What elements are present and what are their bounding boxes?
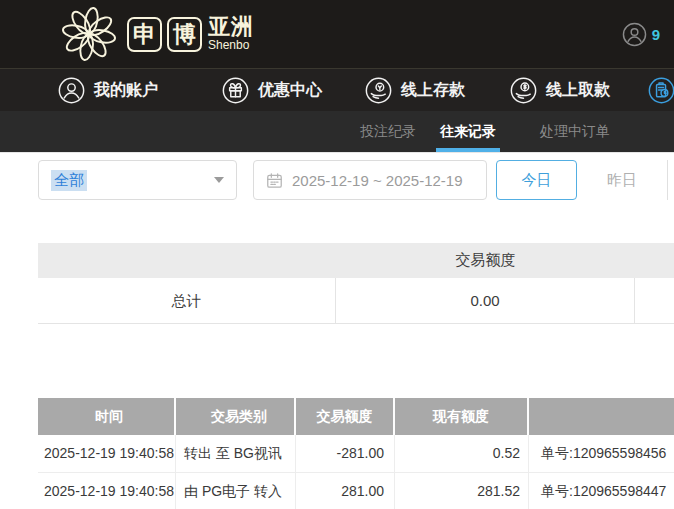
top-header: 申 博 亚洲 Shenbo 9 — [0, 0, 674, 68]
cell-ref: 单号:120965598456 — [529, 435, 674, 472]
username-partial: 9 — [652, 26, 660, 43]
nav-label: 线上存款 — [401, 80, 465, 101]
nav-item-transaction-records[interactable] — [648, 69, 674, 112]
cell-ref: 单号:120965598447 — [529, 473, 674, 509]
col-header-ref — [529, 398, 674, 435]
caret-down-icon — [214, 177, 224, 183]
date-range-input[interactable]: 2025-12-19 ~ 2025-12-19 — [253, 160, 487, 200]
tab-label: 处理中订单 — [540, 123, 610, 139]
col-header-type: 交易类别 — [176, 398, 296, 435]
deposit-icon — [365, 77, 392, 104]
cell-amount: -281.00 — [296, 435, 395, 472]
logo-char-box: 博 — [167, 17, 202, 52]
nav-label: 优惠中心 — [258, 80, 322, 101]
cell-type: 由 PG电子 转入 — [176, 473, 296, 509]
tab-label: 往来记录 — [440, 123, 496, 139]
nav-item-promotions[interactable]: 优惠中心 — [222, 69, 322, 112]
logo-text: 亚洲 Shenbo — [208, 16, 254, 52]
col-header-amount: 交易额度 — [296, 398, 395, 435]
tab-betting-records[interactable]: 投注纪录 — [360, 111, 416, 152]
divider — [0, 152, 674, 153]
summary-header-amount: 交易额度 — [336, 251, 635, 270]
calendar-icon — [265, 171, 284, 190]
tab-transfer-records[interactable]: 往来记录 — [440, 111, 496, 152]
nav-item-deposit[interactable]: 线上存款 — [365, 69, 465, 112]
tab-pending-orders[interactable]: 处理中订单 — [540, 111, 610, 152]
transaction-type-select[interactable]: 全部 — [38, 160, 237, 200]
brand-logo: 申 博 亚洲 Shenbo — [56, 2, 254, 66]
nav-label: 线上取款 — [546, 80, 610, 101]
cell-balance: 0.52 — [395, 435, 529, 472]
brand-region: 亚洲 — [208, 16, 254, 38]
col-header-time: 时间 — [38, 398, 176, 435]
logo-char-box: 申 — [127, 17, 162, 52]
main-nav: 我的账户 优惠中心 线上存款 — [0, 68, 674, 111]
tab-label: 投注纪录 — [360, 123, 416, 139]
today-button[interactable]: 今日 — [496, 160, 577, 200]
table-row: 2025-12-19 19:40:58 由 PG电子 转入 281.00 281… — [38, 473, 674, 509]
yesterday-button[interactable]: 昨日 — [577, 160, 667, 200]
table-row: 2025-12-19 19:40:58 转出 至 BG视讯 -281.00 0.… — [38, 435, 674, 473]
cell-balance: 281.52 — [395, 473, 529, 509]
summary-empty-cell — [635, 278, 674, 324]
sub-nav: 投注纪录 往来记录 处理中订单 — [0, 111, 674, 152]
brand-subtitle: Shenbo — [208, 38, 254, 52]
cell-amount: 281.00 — [296, 473, 395, 509]
nav-item-my-account[interactable]: 我的账户 — [58, 69, 158, 112]
flower-logo-icon — [56, 2, 122, 66]
user-avatar-icon[interactable] — [622, 22, 647, 47]
gift-icon — [222, 77, 249, 104]
user-icon — [58, 77, 85, 104]
nav-item-withdraw[interactable]: 线上取款 — [510, 69, 610, 112]
col-header-balance: 现有额度 — [395, 398, 529, 435]
date-range-value: 2025-12-19 ~ 2025-12-19 — [292, 172, 463, 189]
cell-time: 2025-12-19 19:40:58 — [38, 435, 176, 472]
nav-label: 我的账户 — [94, 80, 158, 101]
records-icon — [648, 77, 674, 104]
cell-time: 2025-12-19 19:40:58 — [38, 473, 176, 509]
summary-total-amount: 0.00 — [336, 278, 635, 324]
records-table: 时间 交易类别 交易额度 现有额度 2025-12-19 19:40:58 转出… — [38, 398, 674, 509]
withdraw-icon — [510, 77, 537, 104]
summary-table: 交易额度 总计 0.00 — [38, 243, 674, 324]
quick-range-button-clipped[interactable]: 近 — [667, 160, 674, 200]
selected-type: 全部 — [51, 170, 87, 191]
summary-total-row: 总计 0.00 — [38, 278, 674, 324]
summary-table-header: 交易额度 — [38, 243, 674, 278]
topbar-user-area[interactable]: 9 — [622, 22, 660, 47]
cell-type: 转出 至 BG视讯 — [176, 435, 296, 472]
records-table-header: 时间 交易类别 交易额度 现有额度 — [38, 398, 674, 435]
summary-total-label: 总计 — [38, 278, 336, 324]
